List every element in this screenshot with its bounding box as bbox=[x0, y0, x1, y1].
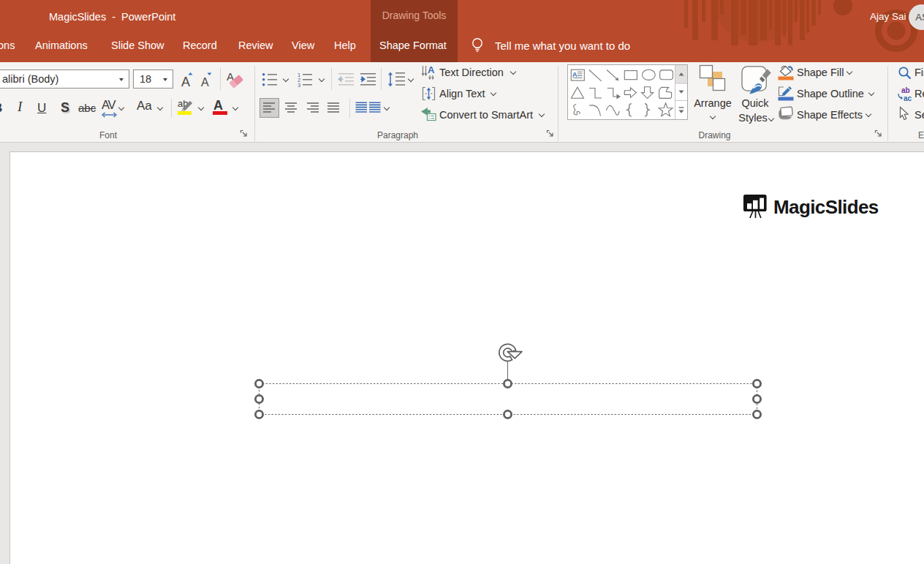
svg-text:ac: ac bbox=[904, 94, 912, 102]
svg-text:A: A bbox=[181, 75, 190, 89]
svg-text:A: A bbox=[201, 76, 209, 89]
svg-text:A: A bbox=[428, 65, 435, 75]
svg-text:3: 3 bbox=[298, 82, 300, 87]
svg-text:ab: ab bbox=[901, 86, 910, 94]
svg-text:A: A bbox=[572, 70, 578, 78]
